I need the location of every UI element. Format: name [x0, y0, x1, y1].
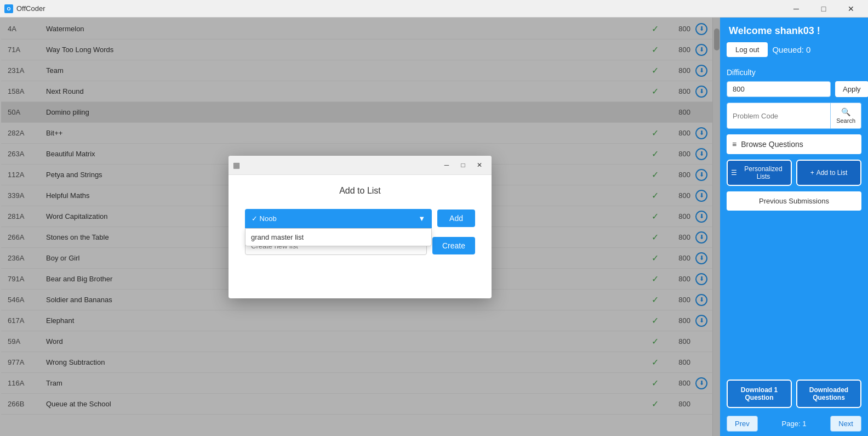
search-icon: 🔍: [841, 107, 850, 116]
download-question-button[interactable]: Download 1 Question: [727, 380, 792, 408]
queued-label: Queued: 0: [772, 45, 810, 54]
search-label: Search: [836, 117, 855, 124]
modal-overlay: ▦ ─ □ ✕ Add to List ✓: [0, 18, 720, 436]
download-question-label: Download 1 Question: [741, 386, 778, 401]
modal-titlebar: ▦ ─ □ ✕: [229, 156, 492, 175]
page-label: Page: 1: [782, 420, 807, 428]
prev-page-button[interactable]: Prev: [727, 416, 758, 432]
main-container: 4AWatermelon✓800⬇71AWay Too Long Words✓8…: [0, 18, 868, 436]
create-button[interactable]: Create: [432, 237, 475, 254]
downloaded-questions-label: Downloaded Questions: [809, 386, 848, 401]
modal-app-icon: ▦: [233, 161, 240, 169]
title-bar-left: O OffCoder: [4, 4, 45, 13]
list-icon: ☰: [731, 169, 737, 177]
dropdown-arrow-icon: ▼: [418, 214, 425, 223]
dropdown-item-label: grand master list: [251, 233, 304, 241]
app-title: OffCoder: [16, 4, 45, 13]
bottom-buttons: Download 1 Question Downloaded Questions: [720, 380, 868, 412]
modal-controls: ─ □ ✕: [439, 159, 487, 171]
title-bar: O OffCoder ─ □ ✕: [0, 0, 868, 18]
search-row: 🔍 Search: [720, 103, 868, 129]
maximize-button[interactable]: □: [811, 0, 836, 18]
downloaded-questions-button[interactable]: Downloaded Questions: [796, 380, 861, 408]
logout-row: Log out Queued: 0: [727, 42, 861, 57]
add-to-list-label: Add to List: [816, 169, 848, 177]
action-row: ☰ Personalized Lists + Add to List: [720, 160, 868, 186]
sidebar-spacer: [720, 216, 868, 380]
personalized-lists-label: Personalized Lists: [739, 165, 787, 180]
next-page-button[interactable]: Next: [830, 416, 861, 432]
title-bar-controls: ─ □ ✕: [784, 0, 864, 18]
dropdown-list: grand master list: [245, 228, 432, 246]
content-area: 4AWatermelon✓800⬇71AWay Too Long Words✓8…: [0, 18, 720, 436]
selected-list-label: ✓ Noob: [252, 214, 277, 223]
browse-label: Browse Questions: [741, 140, 803, 149]
modal-minimize-button[interactable]: ─: [439, 159, 454, 171]
add-to-list-modal: ▦ ─ □ ✕ Add to List ✓: [229, 156, 492, 298]
list-select-wrapper: ✓ Noob ▼ grand master list: [245, 209, 432, 228]
modal-content: Add to List ✓ Noob ▼ g: [229, 175, 492, 266]
modal-title: Add to List: [245, 186, 475, 196]
apply-button[interactable]: Apply: [835, 81, 868, 97]
logout-button[interactable]: Log out: [727, 42, 768, 57]
browse-questions-button[interactable]: ≡ Browse Questions: [727, 134, 861, 154]
list-dropdown-selected[interactable]: ✓ Noob ▼: [245, 209, 432, 228]
add-icon: +: [810, 169, 814, 177]
minimize-button[interactable]: ─: [784, 0, 809, 18]
modal-close-button[interactable]: ✕: [472, 159, 487, 171]
pagination: Prev Page: 1 Next: [720, 412, 868, 436]
sidebar-top-actions: Log out Queued: 0: [720, 42, 868, 68]
modal-maximize-button[interactable]: □: [455, 159, 471, 171]
previous-submissions-label: Previous Submissions: [759, 197, 829, 205]
browse-icon: ≡: [732, 140, 736, 149]
difficulty-input[interactable]: [727, 81, 831, 97]
search-input[interactable]: [727, 103, 831, 129]
previous-submissions-button[interactable]: Previous Submissions: [727, 191, 861, 211]
welcome-header: Welcome shank03 !: [720, 18, 868, 42]
search-button[interactable]: 🔍 Search: [831, 103, 861, 129]
sidebar: Welcome shank03 ! Log out Queued: 0 Diff…: [720, 18, 868, 436]
add-to-list-button[interactable]: + Add to List: [796, 160, 861, 186]
difficulty-row: Apply: [720, 81, 868, 97]
modal-list-row: ✓ Noob ▼ grand master list Add: [245, 209, 475, 228]
difficulty-label: Difficulty: [720, 68, 868, 77]
personalized-lists-button[interactable]: ☰ Personalized Lists: [727, 160, 792, 186]
close-button[interactable]: ✕: [838, 0, 864, 18]
add-button[interactable]: Add: [437, 209, 475, 227]
app-icon: O: [4, 4, 13, 13]
dropdown-item-grand-master[interactable]: grand master list: [245, 229, 431, 246]
